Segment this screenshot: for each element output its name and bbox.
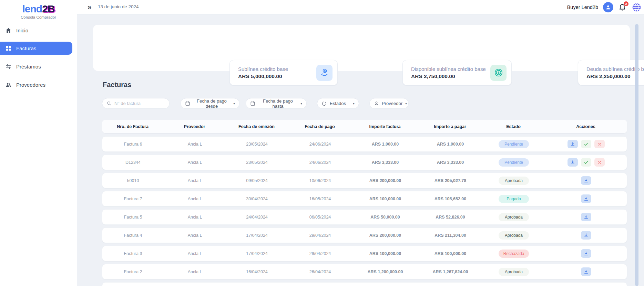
user-name: Buyer Lend2b [567, 4, 598, 10]
logo-text-accent: 2B [42, 3, 54, 14]
issue-date-cell: 16/04/2024 [226, 269, 288, 274]
language-globe-icon[interactable] [632, 3, 641, 12]
invoice-amount-cell: ARS 1,200,000.00 [352, 269, 418, 274]
notifications-bell-icon[interactable]: 2 [618, 2, 627, 12]
sidebar-item-label: Préstamos [16, 64, 41, 70]
stat-label: Sublínea crédito base [238, 66, 288, 72]
issue-date-cell: 23/05/2024 [226, 142, 288, 147]
pay-date-cell: 24/06/2024 [288, 160, 352, 165]
provider-cell: Ancla L [164, 233, 226, 238]
payable-amount-cell: ARS 1,267,824.00 [418, 269, 483, 274]
status-badge: Pendiente [499, 158, 529, 167]
stat-value: ARS 2,750,000.00 [411, 73, 486, 80]
invoice-table-body: Factura 6 Ancla L 23/05/2024 24/06/2024 … [102, 136, 627, 286]
download-invoice-button[interactable] [581, 249, 591, 258]
payable-amount-cell: ARS 100,000.00 [418, 251, 483, 256]
payable-amount-cell: ARS 52,826.00 [418, 215, 483, 220]
provider-cell: Ancla L [164, 251, 226, 256]
table-row: Factura 3 Ancla L 17/04/2024 29/04/2024 … [102, 246, 627, 261]
provider-cell: Ancla L [164, 142, 226, 147]
row-actions [545, 267, 627, 276]
pay-date-cell: 16/05/2024 [288, 197, 352, 201]
chevron-down-icon: ▾ [233, 102, 235, 105]
download-invoice-button[interactable] [568, 140, 578, 148]
invoice-number-cell: D12344 [102, 160, 164, 165]
row-actions [545, 176, 627, 185]
table-row: Factura 7 Ancla L 30/04/2024 16/05/2024 … [102, 191, 627, 206]
invoice-number-cell: Factura 5 [102, 215, 164, 220]
pay-date-cell: 10/06/2024 [288, 178, 352, 183]
invoice-number-cell: 50010 [102, 178, 164, 183]
stat-value: ARS 5,000,000.00 [238, 73, 288, 80]
reject-invoice-button[interactable] [594, 140, 605, 148]
invoice-amount-cell: ARS 100,000.00 [352, 251, 418, 256]
download-invoice-button[interactable] [581, 267, 591, 276]
sidebar-item-inicio[interactable]: Inicio [0, 25, 77, 35]
issue-date-cell: 23/05/2024 [226, 160, 288, 165]
payable-amount-cell: ARS 211,304.00 [418, 233, 483, 238]
status-badge: Aprobada [499, 268, 529, 276]
row-actions [545, 249, 627, 258]
filter-states[interactable]: Estados ▾ [317, 98, 359, 109]
search-input[interactable] [114, 101, 159, 106]
people-icon [5, 82, 12, 88]
status-badge: Pendiente [499, 140, 529, 148]
download-invoice-button[interactable] [581, 213, 591, 221]
calendar-icon [250, 101, 255, 106]
download-invoice-button[interactable] [581, 231, 591, 240]
sidebar-item-facturas[interactable]: Facturas [0, 42, 72, 55]
payable-amount-cell: ARS 3,333.00 [418, 160, 483, 165]
download-invoice-button[interactable] [568, 158, 578, 167]
download-invoice-button[interactable] [581, 176, 591, 185]
transfer-arrows-icon [5, 63, 12, 70]
approve-invoice-button[interactable] [581, 158, 591, 167]
row-actions [545, 194, 627, 203]
page-scrollbar[interactable] [635, 24, 638, 286]
payable-amount-cell: ARS 105,652.00 [418, 197, 483, 201]
download-invoice-button[interactable] [581, 194, 591, 203]
filter-provider[interactable]: Proveedor ▾ [369, 98, 409, 109]
table-header: Nro. de Factura Proveedor Fecha de emisi… [102, 120, 627, 133]
table-row: Factura 5 Ancla L 24/04/2024 06/05/2024 … [102, 209, 627, 225]
chevron-down-icon: ▾ [353, 102, 355, 105]
pay-date-cell: 24/06/2024 [288, 142, 352, 147]
user-avatar[interactable] [603, 2, 613, 12]
filter-pay-date-to[interactable]: Fecha de pago hasta ▾ [246, 98, 307, 109]
column-header: Importe a pagar [418, 124, 482, 129]
row-actions [545, 140, 627, 148]
filter-label: Estados [330, 101, 346, 106]
invoice-amount-cell: ARS 100,000.00 [352, 197, 418, 201]
sidebar-item-proveedores[interactable]: Proveedores [0, 80, 77, 89]
calendar-icon [185, 101, 190, 106]
grid-icon [5, 45, 12, 52]
column-header: Estado [482, 124, 544, 129]
sidebar-item-label: Proveedores [16, 82, 45, 88]
sidebar: lend2B Consola Comprador Inicio Facturas… [0, 0, 77, 286]
invoice-number-cell: Factura 6 [102, 142, 164, 147]
status-badge: Rechazada [499, 250, 529, 258]
column-header: Importe factura [352, 124, 418, 129]
svg-text:$: $ [324, 69, 326, 73]
filter-label: Fecha de pago hasta [258, 98, 298, 109]
provider-cell: Ancla L [164, 197, 226, 201]
filter-label: Proveedor [382, 101, 402, 106]
table-row: 50010 Ancla L 09/05/2024 10/06/2024 ARS … [102, 173, 627, 188]
current-date: 13 de junio de 2024 [98, 4, 139, 9]
hand-coin-icon: $ [316, 65, 333, 81]
sidebar-item-prestamos[interactable]: Préstamos [0, 62, 77, 71]
person-icon [374, 101, 379, 106]
reject-invoice-button[interactable] [594, 158, 605, 167]
search-icon [106, 101, 112, 106]
invoice-search[interactable] [102, 98, 170, 109]
issue-date-cell: 17/04/2024 [226, 233, 288, 238]
filter-pay-date-from[interactable]: Fecha de pago desde ▾ [181, 98, 239, 109]
invoice-number-cell: Factura 2 [102, 269, 164, 274]
approve-invoice-button[interactable] [581, 140, 591, 148]
invoice-number-cell: Factura 3 [102, 251, 164, 256]
pay-date-cell: 06/05/2024 [288, 215, 352, 220]
provider-cell: Ancla L [164, 269, 226, 274]
provider-cell: Ancla L [164, 215, 226, 220]
stat-card-available: Disponible sublínea crédito base ARS 2,7… [402, 60, 512, 85]
issue-date-cell: 17/04/2024 [226, 251, 288, 256]
sidebar-collapse-icon[interactable]: » [88, 2, 92, 12]
